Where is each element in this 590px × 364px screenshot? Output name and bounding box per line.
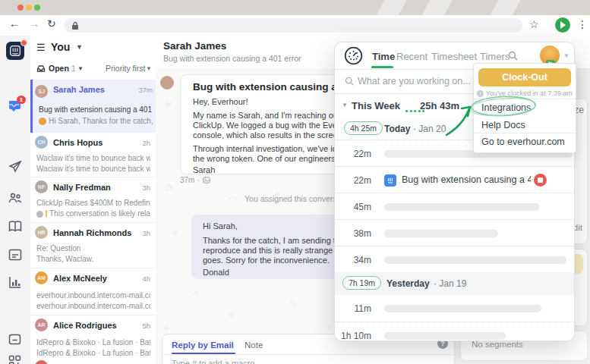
avatar-initials: AM xyxy=(37,275,46,281)
chevron-down-icon[interactable]: ▼ xyxy=(146,65,152,72)
inbox-title[interactable]: You xyxy=(51,41,70,53)
info-icon: i xyxy=(477,90,484,97)
attachment-icon xyxy=(203,177,210,184)
minimize-window-button[interactable] xyxy=(26,5,32,11)
address-bar[interactable] xyxy=(64,18,522,33)
entry-placeholder-bar xyxy=(384,305,541,312)
messenger-icon[interactable] xyxy=(8,333,22,347)
intercom-logo[interactable] xyxy=(6,42,24,60)
day-label: Yesterday xyxy=(386,278,430,289)
chevron-down-icon[interactable]: ▼ xyxy=(563,52,569,59)
tab-timers[interactable]: Timers xyxy=(480,51,510,62)
tab-timesheet[interactable]: Timesheet xyxy=(431,51,477,62)
forward-icon[interactable]: → xyxy=(29,17,39,30)
conversation-preview-2: everhour.inbound.intercom-mail.com Confi… xyxy=(36,302,150,310)
conversation-item[interactable]: AM Alex McNeely 4h everhour.inbound.inte… xyxy=(30,268,156,315)
week-total: 25h 43m xyxy=(420,100,459,111)
time-entry-row[interactable]: 1h 10m xyxy=(335,322,574,341)
everhour-extension-icon[interactable] xyxy=(555,17,570,33)
bookmark-star-icon[interactable]: ☆ xyxy=(529,18,539,30)
conversation-preview-2: This conversation is likely related to a… xyxy=(36,209,150,218)
menu-divider xyxy=(474,99,576,99)
entry-task-title[interactable]: Bug with extension causing a 401 error xyxy=(402,174,531,185)
time-entry-row[interactable]: 45m xyxy=(335,193,574,220)
contacts-icon[interactable] xyxy=(8,191,23,206)
conversation-item[interactable]: NF Nally Fredman 3h ClickUp Raises $400M… xyxy=(30,177,156,223)
sort-selector[interactable]: Priority first xyxy=(106,64,146,73)
entry-duration: 45m xyxy=(335,202,371,212)
clocked-in-note: i You've clocked in at 7:39 am xyxy=(474,89,576,97)
message-timestamp: 37m · xyxy=(180,176,200,184)
agent-mini-avatar xyxy=(39,118,46,125)
back-icon[interactable]: ← xyxy=(9,17,20,30)
day-date: · Jan 19 xyxy=(434,278,466,289)
stop-timer-button[interactable] xyxy=(534,174,547,187)
outbound-icon[interactable] xyxy=(8,159,23,174)
collapse-chevron-icon[interactable]: ▼ xyxy=(342,102,348,108)
hamburger-icon[interactable]: ☰ xyxy=(36,42,46,53)
avatar: SJ xyxy=(35,85,48,98)
conversation-preview-1: Waclaw it's time to bounce back with Ful… xyxy=(36,154,150,162)
time-entry-row[interactable]: 34m xyxy=(335,246,574,273)
tab-note[interactable]: Note xyxy=(245,340,263,350)
fin-bot-icon xyxy=(36,211,43,218)
reply-signature: Donald xyxy=(203,268,229,277)
menu-item-help-docs[interactable]: Help Docs xyxy=(481,120,525,130)
avatar-initials: HR xyxy=(37,230,45,235)
sort-label: Priority first xyxy=(106,64,146,73)
open-filter[interactable]: Open xyxy=(49,64,69,73)
play-glyph xyxy=(560,21,566,29)
conversation-item[interactable]: HR Hannah Richmonds 3h Re: Question Than… xyxy=(30,222,156,268)
conversation-subject: Bug with extension causing a 401 error xyxy=(163,54,301,63)
day-date: · Jan 20 xyxy=(413,124,446,134)
conversation-item[interactable]: AR Alice Rodrigues 5h IdRepro & Bixoko ·… xyxy=(30,315,156,362)
entry-placeholder-bar xyxy=(384,332,506,340)
entry-duration: 22m xyxy=(335,175,371,186)
clocked-in-text: You've clocked in at 7:39 am xyxy=(486,89,573,97)
reports-icon[interactable] xyxy=(8,275,23,290)
week-label[interactable]: This Week xyxy=(352,100,400,111)
avatar: NF xyxy=(35,180,48,193)
avatar: HR xyxy=(35,226,48,239)
conversation-item[interactable]: SJ Sarah James 37m Bug with extension ca… xyxy=(30,80,158,133)
doodle-glyph: + xyxy=(163,322,169,334)
decor-streak xyxy=(372,0,407,15)
chevron-down-icon[interactable]: ▼ xyxy=(76,43,83,51)
conversation-name: Alice Rodrigues xyxy=(53,321,117,330)
search-icon xyxy=(345,77,354,86)
inbox-icon[interactable]: 1 xyxy=(8,99,24,114)
browser-menu-icon[interactable]: ⋮ xyxy=(577,18,588,30)
menu-item-integrations[interactable]: Integrations xyxy=(481,102,531,113)
chevron-down-icon[interactable]: ▼ xyxy=(77,65,84,72)
time-entry-row[interactable]: 11m xyxy=(335,295,574,322)
tab-recent[interactable]: Recent xyxy=(396,51,428,62)
apps-icon[interactable] xyxy=(8,354,22,364)
doodle-glyph: ✧ xyxy=(327,322,334,333)
account-menu: Clock-Out i You've clocked in at 7:39 am… xyxy=(473,63,576,153)
maximize-window-button[interactable] xyxy=(34,5,40,11)
conversation-item[interactable]: CH Chris Hopus 2h Waclaw it's time to bo… xyxy=(30,133,156,177)
conversation-preview-2: IdRepro & Bixoko · La fusion · Bateratze… xyxy=(36,349,150,357)
date-group-row: 7h 19m Yesterday · Jan 19 xyxy=(335,272,574,295)
conversation-title: Sarah James xyxy=(163,40,226,52)
search-icon[interactable] xyxy=(508,51,518,61)
close-window-button[interactable] xyxy=(17,5,24,11)
time-entry-row-active[interactable]: 22m Bug with extension causing a 401 err… xyxy=(335,166,574,193)
conversation-name: Alex McNeely xyxy=(53,274,107,283)
composer-input[interactable]: Type # to add a macro... xyxy=(172,359,399,364)
tab-underline xyxy=(371,66,393,68)
menu-item-everhour-site[interactable]: Go to everhour.com xyxy=(481,136,565,147)
conversation-time: 2h xyxy=(142,139,150,147)
app-rail: 1 xyxy=(0,36,31,364)
knowledge-icon[interactable] xyxy=(8,220,23,234)
clock-out-button[interactable]: Clock-Out xyxy=(478,68,571,86)
time-entry-row[interactable]: 38m xyxy=(335,219,574,246)
conversation-preview-1: Bug with extension causing a 401 error xyxy=(39,105,153,114)
quote-bar xyxy=(46,210,47,217)
articles-icon[interactable] xyxy=(8,248,23,262)
conversation-name: Nally Fredman xyxy=(53,183,111,192)
tab-time[interactable]: Time xyxy=(372,51,395,62)
reload-icon[interactable]: ↻ xyxy=(47,17,56,30)
tab-reply-by-email[interactable]: Reply by Email xyxy=(172,340,234,350)
avatar-initials: NF xyxy=(38,184,45,190)
